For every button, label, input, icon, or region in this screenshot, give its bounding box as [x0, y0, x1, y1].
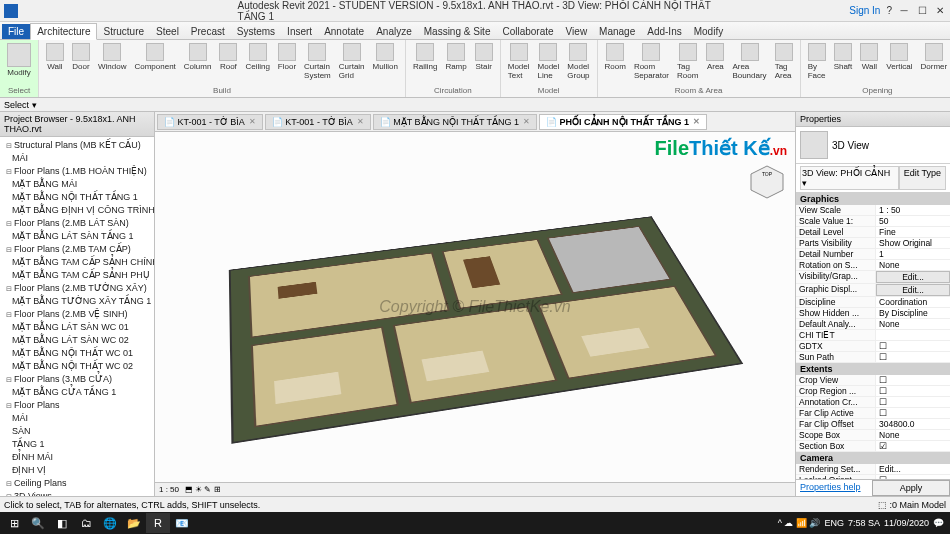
view-controls[interactable]: ⬒ ☀ ✎ ⊞ [185, 485, 221, 494]
ribbon-wall[interactable]: Wall [857, 42, 881, 85]
tree-node[interactable]: Structural Plans (MB KẾT CẤU) [2, 139, 152, 152]
prop-row[interactable]: Far Clip Offset304800.0 [796, 419, 950, 430]
ribbon-door[interactable]: Door [69, 42, 93, 85]
tree-node[interactable]: MẶT BẰNG NỘI THẤT WC 02 [2, 360, 152, 373]
prop-section[interactable]: Camera [796, 452, 950, 464]
ribbon-wall[interactable]: Wall [43, 42, 67, 85]
ribbon-modify[interactable]: Modify [4, 42, 34, 85]
close-icon[interactable]: ✕ [934, 5, 946, 17]
prop-row[interactable]: Visibility/Grap...Edit... [796, 271, 950, 284]
ribbon-component[interactable]: Component [131, 42, 178, 85]
prop-row[interactable]: Rotation on S...None [796, 260, 950, 271]
tray-notification-icon[interactable]: 💬 [933, 518, 944, 528]
ribbon-tab-architecture[interactable]: Architecture [30, 23, 97, 40]
view-tab[interactable]: 📄 PHỐI CẢNH NỘI THẤT TẦNG 1✕ [539, 114, 707, 130]
tree-node[interactable]: MẶT BẰNG NỘI THẤT TẦNG 1 [2, 191, 152, 204]
ribbon-railing[interactable]: Railing [410, 42, 440, 85]
ribbon-tab-precast[interactable]: Precast [185, 24, 231, 39]
maximize-icon[interactable]: ☐ [916, 5, 928, 17]
taskbar-app[interactable]: 📧 [170, 513, 194, 533]
ribbon-window[interactable]: Window [95, 42, 129, 85]
ribbon-model-text[interactable]: Model Text [505, 42, 533, 85]
prop-row[interactable]: GDTX [796, 341, 950, 352]
prop-row[interactable]: Detail Number1 [796, 249, 950, 260]
select-dropdown[interactable]: Select ▾ [4, 100, 37, 110]
prop-row[interactable]: Detail LevelFine [796, 227, 950, 238]
view-scale[interactable]: 1 : 50 [159, 485, 179, 494]
ribbon-mullion[interactable]: Mullion [370, 42, 401, 85]
tree-node[interactable]: TẦNG 1 [2, 438, 152, 451]
tree-node[interactable]: MÁI [2, 412, 152, 425]
tree-node[interactable]: MẶT BẰNG CỬA TẦNG 1 [2, 386, 152, 399]
ribbon-area-boundary[interactable]: Area Boundary [729, 42, 769, 85]
tray-icons[interactable]: ^ ☁ 📶 🔊 [778, 518, 821, 528]
apply-button[interactable]: Apply [872, 480, 950, 496]
ribbon-vertical[interactable]: Vertical [883, 42, 915, 85]
tree-node[interactable]: 3D Views [2, 490, 152, 496]
ribbon-tag-area[interactable]: Tag Area [772, 42, 796, 85]
close-tab-icon[interactable]: ✕ [523, 117, 530, 126]
taskbar-app[interactable]: R [146, 513, 170, 533]
prop-row[interactable]: Scope BoxNone [796, 430, 950, 441]
prop-row[interactable]: Far Clip Active [796, 408, 950, 419]
canvas-3d[interactable]: TOP FileThiết Kế.vn Copyright © FileThie… [155, 132, 795, 482]
ribbon-tab-view[interactable]: View [560, 24, 594, 39]
ribbon-dormer[interactable]: Dormer [918, 42, 950, 85]
status-right[interactable]: ⬚ :0 Main Model [878, 500, 946, 510]
ribbon-room-separator[interactable]: Room Separator [631, 42, 672, 85]
ribbon-roof[interactable]: Roof [216, 42, 240, 85]
ribbon-shaft[interactable]: Shaft [831, 42, 856, 85]
ribbon-model-line[interactable]: Model Line [535, 42, 563, 85]
tree-node[interactable]: MẶT BẰNG TƯỜNG XÂY TẦNG 1 [2, 295, 152, 308]
ribbon-tab-analyze[interactable]: Analyze [370, 24, 418, 39]
tray-date[interactable]: 11/09/2020 [884, 518, 929, 528]
prop-row[interactable]: Show Hidden ...By Discipline [796, 308, 950, 319]
ribbon-curtain-system[interactable]: Curtain System [301, 42, 334, 85]
edit-type-button[interactable]: Edit Type [899, 166, 946, 190]
taskbar-app[interactable]: 🔍 [26, 513, 50, 533]
ribbon-stair[interactable]: Stair [472, 42, 496, 85]
tree-node[interactable]: MÁI [2, 152, 152, 165]
prop-row[interactable]: Sun Path [796, 352, 950, 363]
tree-node[interactable]: Floor Plans (3.MB CỬA) [2, 373, 152, 386]
tree-node[interactable]: Floor Plans (1.MB HOÀN THIỆN) [2, 165, 152, 178]
tree-node[interactable]: MẶT BẰNG ĐỊNH VỊ CÔNG TRÌNH [2, 204, 152, 217]
prop-section[interactable]: Graphics [796, 193, 950, 205]
ribbon-tab-collaborate[interactable]: Collaborate [496, 24, 559, 39]
ribbon-tag-room[interactable]: Tag Room [674, 42, 701, 85]
close-tab-icon[interactable]: ✕ [249, 117, 256, 126]
tree-node[interactable]: Floor Plans (2.MB VỆ SINH) [2, 308, 152, 321]
prop-row[interactable]: View Scale1 : 50 [796, 205, 950, 216]
tree-node[interactable]: MẶT BẰNG LÁT SÀN WC 01 [2, 321, 152, 334]
help-icon[interactable]: ? [886, 5, 892, 16]
tree-node[interactable]: MẶT BẰNG LÁT SÀN WC 02 [2, 334, 152, 347]
tree-node[interactable]: ĐỈNH MÁI [2, 451, 152, 464]
prop-row[interactable]: Crop View [796, 375, 950, 386]
ribbon-model-group[interactable]: Model Group [564, 42, 592, 85]
ribbon-ramp[interactable]: Ramp [442, 42, 469, 85]
tree-node[interactable]: MẶT BẰNG TAM CẤP SẢNH CHÍNH [2, 256, 152, 269]
prop-row[interactable]: CHI TIẾT [796, 330, 950, 341]
properties-help-link[interactable]: Properties help [796, 480, 872, 496]
prop-row[interactable]: Rendering Set...Edit... [796, 464, 950, 475]
tree-node[interactable]: Floor Plans (2.MB TAM CẤP) [2, 243, 152, 256]
view-tab[interactable]: 📄 MẶT BẰNG NỘI THẤT TẦNG 1✕ [373, 114, 537, 130]
tree-node[interactable]: Floor Plans [2, 399, 152, 412]
prop-row[interactable]: Scale Value 1:50 [796, 216, 950, 227]
prop-section[interactable]: Extents [796, 363, 950, 375]
close-tab-icon[interactable]: ✕ [693, 117, 700, 126]
ribbon-tab-systems[interactable]: Systems [231, 24, 281, 39]
tree-node[interactable]: MẶT BẰNG MÁI [2, 178, 152, 191]
ribbon-floor[interactable]: Floor [275, 42, 299, 85]
project-tree[interactable]: Structural Plans (MB KẾT CẤU)MÁIFloor Pl… [0, 137, 154, 496]
minimize-icon[interactable]: ─ [898, 5, 910, 17]
tree-node[interactable]: MẶT BẰNG NỘI THẤT WC 01 [2, 347, 152, 360]
prop-row[interactable]: Annotation Cr... [796, 397, 950, 408]
prop-row[interactable]: Crop Region ... [796, 386, 950, 397]
ribbon-tab-manage[interactable]: Manage [593, 24, 641, 39]
tree-node[interactable]: Floor Plans (2.MB TƯỜNG XÂY) [2, 282, 152, 295]
tree-node[interactable]: Floor Plans (2.MB LÁT SÀN) [2, 217, 152, 230]
view-cube[interactable]: TOP [747, 162, 787, 202]
prop-row[interactable]: Parts VisibilityShow Original [796, 238, 950, 249]
taskbar-app[interactable]: 📂 [122, 513, 146, 533]
